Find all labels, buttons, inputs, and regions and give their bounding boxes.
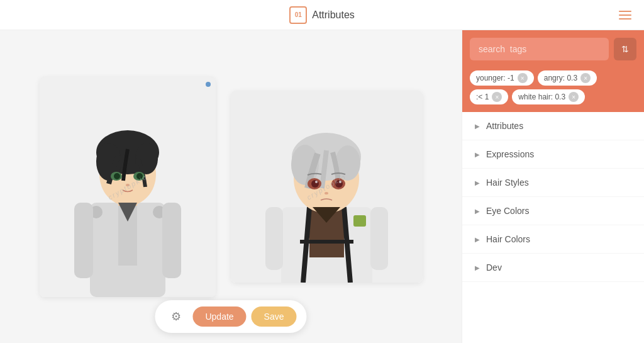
svg-rect-15 [74, 203, 93, 278]
sort-button[interactable]: ⇅ [614, 38, 636, 60]
bottom-action-bar: ⚙ Update Save [155, 300, 306, 333]
tag-label-white_hair: white hair: 0.3 [518, 93, 565, 101]
menu-line-3 [619, 18, 631, 20]
app-header: 01 Attributes [0, 0, 644, 30]
chevron-icon-hair_colors: ▶ [475, 236, 480, 243]
menu-items-list: ▶Attributes▶Expressions▶Hair Styles▶Eye … [462, 112, 644, 343]
sidebar-item-hair_colors[interactable]: ▶Hair Colors [462, 225, 644, 254]
sidebar-item-label-hair_styles: Hair Styles [486, 177, 529, 188]
hamburger-menu-button[interactable] [616, 8, 634, 22]
svg-point-10 [114, 173, 120, 179]
tags-area: younger: -1×angry: 0.3×:< 1×white hair: … [462, 68, 644, 112]
search-row: ⇅ [470, 38, 636, 60]
sidebar-item-label-expressions: Expressions [486, 149, 534, 159]
tag-chip-younger: younger: -1× [470, 70, 534, 86]
search-input-wrap [470, 38, 609, 60]
tag-chip-white_hair: white hair: 0.3× [512, 89, 585, 104]
chevron-icon-expressions: ▶ [475, 151, 480, 158]
chevron-icon-eye_colors: ▶ [475, 208, 480, 215]
svg-point-12 [126, 184, 130, 186]
sidebar: ⇅ younger: -1×angry: 0.3×:< 1×white hair… [462, 30, 644, 343]
tag-chip-angry: angry: 0.3× [538, 70, 597, 86]
sidebar-item-dev[interactable]: ▶Dev [462, 254, 644, 282]
header-title: Attributes [312, 9, 355, 21]
dot-indicator [206, 82, 211, 87]
sidebar-item-hair_styles[interactable]: ▶Hair Styles [462, 169, 644, 197]
search-area: ⇅ [462, 30, 644, 68]
settings-button[interactable]: ⚙ [165, 305, 187, 328]
tag-remove-younger[interactable]: × [518, 73, 528, 83]
content-area: cryptopkio [0, 30, 462, 343]
search-input[interactable] [470, 38, 609, 60]
tag-chip-mouth: :< 1× [470, 89, 508, 104]
header-title-wrap: 01 Attributes [289, 6, 355, 24]
character-card-2[interactable]: cryptopkio [231, 91, 423, 283]
main-layout: cryptopkio [0, 30, 644, 343]
svg-rect-37 [370, 207, 388, 270]
svg-point-32 [315, 181, 318, 183]
svg-point-11 [136, 173, 143, 179]
tag-remove-mouth[interactable]: × [492, 92, 502, 102]
save-button[interactable]: Save [252, 306, 297, 327]
character-image-2: cryptopkio [231, 91, 423, 283]
svg-rect-35 [353, 215, 366, 227]
character-image-1: cryptopkio [40, 77, 216, 297]
svg-point-31 [335, 180, 343, 188]
svg-point-33 [339, 181, 341, 183]
tag-remove-white_hair[interactable]: × [569, 92, 579, 102]
menu-line-2 [619, 14, 631, 16]
sidebar-item-label-eye_colors: Eye Colors [486, 206, 529, 216]
svg-point-30 [311, 180, 319, 188]
tag-remove-angry[interactable]: × [580, 73, 591, 83]
character-card-1[interactable]: cryptopkio [40, 77, 216, 297]
sidebar-item-eye_colors[interactable]: ▶Eye Colors [462, 197, 644, 225]
svg-rect-36 [265, 207, 283, 270]
header-icon: 01 [289, 6, 307, 24]
tag-label-angry: angry: 0.3 [544, 74, 577, 82]
tag-label-mouth: :< 1 [476, 93, 489, 101]
sidebar-item-label-dev: Dev [486, 262, 502, 273]
menu-line-1 [619, 11, 631, 12]
chevron-icon-hair_styles: ▶ [475, 179, 480, 186]
chevron-icon-attributes: ▶ [475, 123, 480, 130]
sidebar-item-expressions[interactable]: ▶Expressions [462, 140, 644, 169]
sidebar-item-label-attributes: Attributes [486, 121, 523, 131]
sidebar-item-label-hair_colors: Hair Colors [486, 234, 530, 244]
tag-label-younger: younger: -1 [476, 74, 514, 82]
svg-point-34 [325, 192, 328, 194]
svg-rect-16 [162, 203, 181, 278]
chevron-icon-dev: ▶ [475, 264, 480, 271]
sidebar-item-attributes[interactable]: ▶Attributes [462, 112, 644, 140]
update-button[interactable]: Update [192, 306, 246, 327]
